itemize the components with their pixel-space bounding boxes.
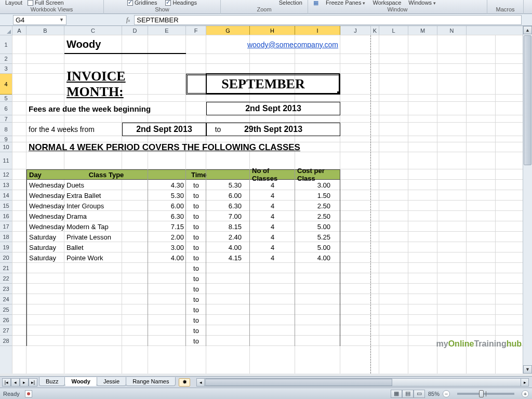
horizontal-scrollbar[interactable]: ◂ ▸	[196, 378, 529, 387]
td-t2[interactable]	[206, 304, 250, 315]
td-day[interactable]	[26, 325, 64, 336]
td-count[interactable]: 4	[250, 190, 295, 201]
td-t2[interactable]	[206, 273, 250, 284]
td-count[interactable]	[250, 336, 295, 346]
new-sheet-button[interactable]: ✸	[179, 378, 190, 387]
td-t1[interactable]: 6.30	[148, 211, 186, 221]
td-t2[interactable]: 6.00	[206, 190, 250, 201]
td-t1[interactable]	[148, 325, 186, 336]
td-cost[interactable]	[295, 294, 340, 304]
td-cost[interactable]: 2.50	[295, 211, 340, 221]
td-to[interactable]: to	[186, 294, 206, 304]
zoom-slider[interactable]	[457, 393, 514, 395]
name-cell[interactable]: Woody	[64, 35, 186, 54]
row-header-3[interactable]: 3	[0, 64, 12, 74]
td-cost[interactable]	[295, 273, 340, 284]
td-class[interactable]: Drama	[64, 211, 148, 221]
td-t1[interactable]: 6.00	[148, 201, 186, 211]
row-header-24[interactable]: 24	[0, 294, 12, 304]
td-to[interactable]: to	[186, 180, 206, 190]
td-day[interactable]	[26, 263, 64, 273]
row-header-6[interactable]: 6	[0, 102, 12, 115]
td-day[interactable]	[26, 336, 64, 346]
fx-icon[interactable]: fx	[126, 16, 130, 24]
td-class[interactable]: Private Lesson	[64, 232, 148, 242]
invoice-label[interactable]: INVOICE MONTH:	[64, 74, 186, 95]
td-class[interactable]: Extra Ballet	[64, 190, 148, 201]
section-title-spacer[interactable]	[26, 152, 340, 169]
td-t2[interactable]: 7.00	[206, 211, 250, 221]
td-count[interactable]: 4	[250, 221, 295, 232]
td-class[interactable]	[64, 273, 148, 284]
td-t1[interactable]: 5.30	[148, 190, 186, 201]
td-to[interactable]: to	[186, 315, 206, 325]
normal-view-button[interactable]: ▦	[391, 390, 402, 398]
column-header-G[interactable]: G	[206, 26, 250, 35]
row-header-18[interactable]: 18	[0, 232, 12, 242]
td-day[interactable]	[26, 284, 64, 294]
td-to[interactable]: to	[186, 211, 206, 221]
formula-bar[interactable]: SEPTEMBER	[134, 15, 522, 25]
td-to[interactable]: to	[186, 284, 206, 294]
td-count[interactable]: 4	[250, 180, 295, 190]
row-header-2[interactable]: 2	[0, 54, 12, 64]
td-t2[interactable]	[206, 336, 250, 346]
row-header-27[interactable]: 27	[0, 325, 12, 336]
row-header-17[interactable]: 17	[0, 221, 12, 232]
column-header-A[interactable]: A	[12, 26, 26, 35]
to-date[interactable]: 29th Sept 2013	[206, 123, 340, 136]
td-cost[interactable]	[295, 325, 340, 336]
td-to[interactable]: to	[186, 325, 206, 336]
column-header-K[interactable]: K	[371, 26, 379, 35]
page-layout-view-button[interactable]: ▤	[402, 390, 414, 398]
column-header-N[interactable]: N	[437, 26, 467, 35]
scroll-down-button[interactable]: ▼	[523, 365, 532, 374]
td-count[interactable]: 4	[250, 252, 295, 263]
td-cost[interactable]	[295, 304, 340, 315]
vertical-scrollbar[interactable]: ▲ ▼	[523, 26, 532, 374]
row-header-19[interactable]: 19	[0, 242, 12, 252]
sheet-tab-woody[interactable]: Woody	[64, 377, 97, 386]
td-class[interactable]	[64, 263, 148, 273]
td-day[interactable]: Saturday	[26, 232, 64, 242]
td-to[interactable]: to	[186, 273, 206, 284]
td-class[interactable]: Duets	[64, 180, 148, 190]
td-t2[interactable]	[206, 263, 250, 273]
td-class[interactable]	[64, 325, 148, 336]
column-header-M[interactable]: M	[408, 26, 437, 35]
td-cost[interactable]: 3.00	[295, 180, 340, 190]
sheet-tab-buzz[interactable]: Buzz	[39, 377, 65, 386]
td-t2[interactable]: 4.00	[206, 242, 250, 252]
td-cost[interactable]: 5.25	[295, 232, 340, 242]
td-cost[interactable]	[295, 336, 340, 346]
row-header-9[interactable]: 9	[0, 136, 12, 142]
tab-nav-prev[interactable]: ◂	[11, 378, 20, 387]
fees-label[interactable]: Fees are due the week beginning	[26, 102, 206, 115]
row-header-15[interactable]: 15	[0, 201, 12, 211]
td-t1[interactable]: 2.00	[148, 232, 186, 242]
td-t2[interactable]	[206, 325, 250, 336]
td-day[interactable]: Wednesday	[26, 221, 64, 232]
td-count[interactable]	[250, 325, 295, 336]
td-t1[interactable]: 7.15	[148, 221, 186, 232]
td-to[interactable]: to	[186, 252, 206, 263]
th-class[interactable]: Class Type	[64, 169, 148, 180]
hscroll-left[interactable]: ◂	[197, 379, 205, 386]
td-t2[interactable]: 8.15	[206, 221, 250, 232]
td-cost[interactable]: 1.50	[295, 190, 340, 201]
td-day[interactable]: Wednesday	[26, 201, 64, 211]
td-count[interactable]	[250, 315, 295, 325]
column-header-H[interactable]: H	[250, 26, 295, 35]
td-class[interactable]	[64, 304, 148, 315]
row-header-28[interactable]: 28	[0, 336, 12, 346]
td-day[interactable]: Saturday	[26, 242, 64, 252]
td-count[interactable]: 4	[250, 232, 295, 242]
td-class[interactable]	[64, 284, 148, 294]
td-count[interactable]	[250, 304, 295, 315]
row-header-5[interactable]: 5	[0, 95, 12, 102]
td-day[interactable]: Wednesday	[26, 190, 64, 201]
td-t1[interactable]: 3.00	[148, 242, 186, 252]
name-box[interactable]: G4▼	[13, 15, 66, 25]
td-day[interactable]	[26, 294, 64, 304]
td-count[interactable]: 4	[250, 242, 295, 252]
